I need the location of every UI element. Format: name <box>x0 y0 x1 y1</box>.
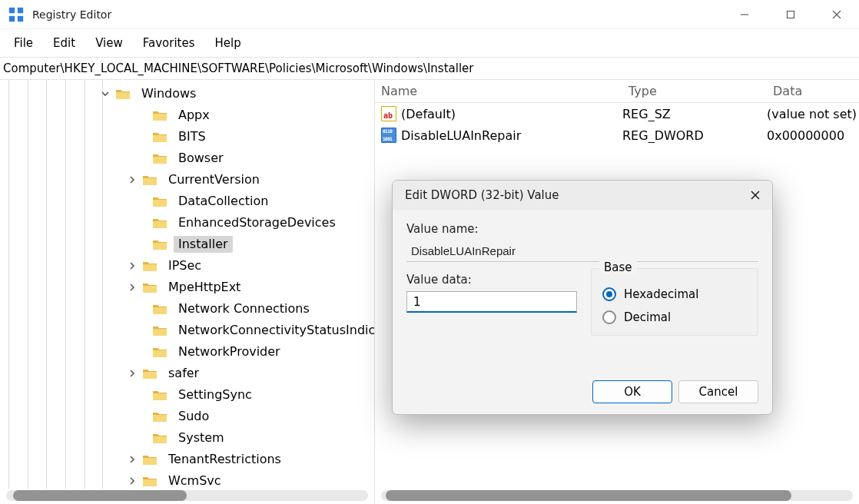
menu-view[interactable]: View <box>88 32 131 55</box>
folder-icon <box>152 238 167 250</box>
tree-item-label: MpeHttpExt <box>164 279 245 296</box>
tree-item-label: NetworkConnectivityStatusIndicator <box>174 322 374 339</box>
ok-button[interactable]: OK <box>592 380 672 403</box>
menu-help[interactable]: Help <box>207 32 249 55</box>
window-minimize-button[interactable] <box>725 0 764 29</box>
folder-icon <box>152 131 167 143</box>
value-data-cell: 0x00000000 <box>767 128 859 143</box>
value-name-label: Value name: <box>406 222 758 236</box>
tree-item[interactable]: SettingSync <box>0 384 374 406</box>
tree-item-label: NetworkProvider <box>174 343 285 360</box>
tree-horizontal-scrollbar[interactable] <box>6 490 368 501</box>
tree-item[interactable]: Sudo <box>0 406 374 427</box>
folder-icon <box>142 260 158 272</box>
address-bar[interactable]: Computer\HKEY_LOCAL_MACHINE\SOFTWARE\Pol… <box>0 57 859 80</box>
tree-item[interactable]: safer <box>0 363 374 384</box>
menu-file[interactable]: File <box>6 32 41 55</box>
tree-item[interactable]: NetworkProvider <box>0 341 374 363</box>
value-data-field[interactable] <box>406 291 577 313</box>
values-horizontal-scrollbar[interactable] <box>381 490 853 501</box>
folder-icon <box>142 174 158 186</box>
base-radio-hexadecimal[interactable]: Hexadecimal <box>602 287 747 301</box>
reg-sz-icon <box>381 106 396 121</box>
folder-icon <box>152 303 167 315</box>
tree-item-label: Windows <box>137 85 201 102</box>
column-header-data[interactable]: Data <box>767 84 859 98</box>
window-maximize-button[interactable] <box>771 0 810 29</box>
base-label: Base <box>599 260 637 274</box>
tree-item-label: safer <box>164 365 204 382</box>
tree-item[interactable]: NetworkConnectivityStatusIndicator <box>0 320 374 341</box>
folder-icon <box>152 410 167 423</box>
dialog-title-text: Edit DWORD (32-bit) Value <box>405 188 559 202</box>
svg-rect-3 <box>18 15 23 21</box>
tree-item[interactable]: DataCollection <box>0 191 374 212</box>
tree-item[interactable]: BITS <box>0 126 374 148</box>
folder-icon <box>142 453 158 466</box>
list-row[interactable]: DisableLUAInRepairREG_DWORD0x00000000 <box>375 124 859 146</box>
folder-icon <box>152 109 167 121</box>
values-list-header: Name Type Data <box>375 80 859 103</box>
folder-icon <box>152 432 167 444</box>
folder-icon <box>152 152 167 164</box>
column-header-type[interactable]: Type <box>622 84 767 98</box>
svg-rect-0 <box>9 7 15 12</box>
base-radio-decimal[interactable]: Decimal <box>602 310 747 324</box>
radio-label: Decimal <box>624 310 671 324</box>
tree-item[interactable]: TenantRestrictions <box>0 449 374 470</box>
cancel-button[interactable]: Cancel <box>678 380 758 403</box>
tree-item-label: CurrentVersion <box>164 171 264 188</box>
tree-item-label: DataCollection <box>174 193 273 210</box>
edit-dword-dialog: Edit DWORD (32-bit) Value Value name: Va… <box>392 180 773 415</box>
tree-item[interactable]: Network Connections <box>0 298 374 320</box>
folder-icon <box>142 281 158 293</box>
tree-item-label: Bowser <box>174 150 228 167</box>
window-close-button[interactable] <box>818 0 856 29</box>
dialog-title-bar[interactable]: Edit DWORD (32-bit) Value <box>393 181 772 210</box>
tree-item-label: SettingSync <box>174 386 257 403</box>
tree-item[interactable]: IPSec <box>0 255 374 277</box>
tree-item-label: Installer <box>174 236 233 253</box>
registry-tree[interactable]: WindowsAppxBITSBowserCurrentVersionDataC… <box>0 80 374 504</box>
folder-icon <box>152 389 167 401</box>
value-type-cell: REG_SZ <box>622 107 767 121</box>
tree-item-label: Network Connections <box>174 300 314 317</box>
tree-item-label: Appx <box>174 107 214 124</box>
tree-item[interactable]: Appx <box>0 104 374 126</box>
tree-item-label: IPSec <box>164 257 206 274</box>
tree-item[interactable]: Windows <box>0 83 374 104</box>
tree-item[interactable]: System <box>0 427 374 449</box>
menu-bar: FileEditViewFavoritesHelp <box>0 29 859 57</box>
menu-edit[interactable]: Edit <box>45 32 83 55</box>
value-data-label: Value data: <box>406 273 577 287</box>
tree-item[interactable]: Installer <box>0 234 374 255</box>
radio-label: Hexadecimal <box>624 287 698 301</box>
tree-item[interactable]: EnhancedStorageDevices <box>0 212 374 234</box>
dialog-close-button[interactable] <box>746 186 764 204</box>
tree-item[interactable]: CurrentVersion <box>0 169 374 191</box>
regedit-icon <box>8 6 25 23</box>
column-header-name[interactable]: Name <box>375 84 622 98</box>
svg-rect-5 <box>788 11 794 18</box>
menu-favorites[interactable]: Favorites <box>135 32 203 55</box>
folder-icon <box>152 217 167 229</box>
tree-item[interactable]: WcmSvc <box>0 470 374 492</box>
value-data-cell: (value not set) <box>767 107 859 121</box>
folder-icon <box>152 195 167 207</box>
value-name-field[interactable] <box>406 240 758 262</box>
svg-rect-2 <box>9 15 15 21</box>
reg-dword-icon <box>381 128 396 143</box>
tree-item-label: BITS <box>174 128 211 145</box>
folder-icon <box>142 475 158 487</box>
tree-item-label: System <box>174 429 229 446</box>
window-title: Registry Editor <box>32 8 111 21</box>
folder-icon <box>115 88 131 100</box>
tree-item[interactable]: Bowser <box>0 148 374 169</box>
title-bar: Registry Editor <box>0 0 859 29</box>
list-row[interactable]: (Default)REG_SZ(value not set) <box>375 103 859 124</box>
value-name-cell: (Default) <box>401 107 622 121</box>
tree-item[interactable]: MpeHttpExt <box>0 277 374 298</box>
tree-item-label: TenantRestrictions <box>164 451 286 468</box>
folder-icon <box>152 324 167 337</box>
value-type-cell: REG_DWORD <box>622 128 767 143</box>
